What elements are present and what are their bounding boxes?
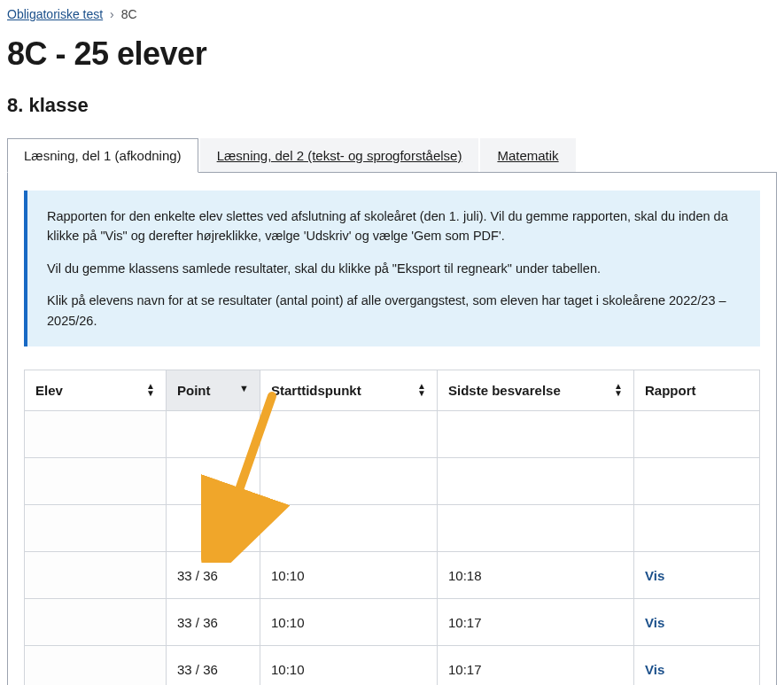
view-report-link[interactable]: Vis <box>645 662 664 677</box>
cell-point <box>167 505 260 552</box>
cell-start: 10:10 <box>260 646 438 685</box>
table-body: 33 / 36 10:10 10:18 Vis 33 / 36 10:10 10… <box>25 411 760 685</box>
table-row: 33 / 36 10:10 10:17 Vis <box>25 599 760 646</box>
column-header-sidste[interactable]: Sidste besvarelse ▲▼ <box>438 370 634 411</box>
cell-start <box>260 411 438 458</box>
cell-rapport <box>634 458 760 505</box>
table-row <box>25 411 760 458</box>
cell-sidste: 10:18 <box>438 552 634 599</box>
cell-start <box>260 505 438 552</box>
page-title: 8C - 25 elever <box>7 35 777 73</box>
cell-rapport <box>634 411 760 458</box>
column-header-start[interactable]: Starttidspunkt ▲▼ <box>260 370 438 411</box>
table-row <box>25 505 760 552</box>
cell-elev[interactable] <box>25 411 167 458</box>
column-header-elev[interactable]: Elev ▲▼ <box>25 370 167 411</box>
cell-elev[interactable] <box>25 552 167 599</box>
sort-icon: ▲▼ <box>417 383 426 397</box>
cell-point: 33 / 36 <box>167 552 260 599</box>
cell-sidste: 10:17 <box>438 599 634 646</box>
cell-rapport: Vis <box>634 646 760 685</box>
cell-sidste <box>438 411 634 458</box>
table-row: 33 / 36 10:10 10:18 Vis <box>25 552 760 599</box>
cell-rapport <box>634 505 760 552</box>
cell-sidste <box>438 505 634 552</box>
tab-panel: Rapporten for den enkelte elev slettes v… <box>7 172 777 685</box>
column-header-rapport-label: Rapport <box>645 383 696 398</box>
cell-elev[interactable] <box>25 646 167 685</box>
info-box: Rapporten for den enkelte elev slettes v… <box>24 191 760 346</box>
cell-sidste: 10:17 <box>438 646 634 685</box>
results-table: Elev ▲▼ Point ▼ Starttidspunkt <box>24 370 760 685</box>
table-row <box>25 458 760 505</box>
cell-elev[interactable] <box>25 505 167 552</box>
breadcrumb-current: 8C <box>121 7 137 21</box>
page-subtitle: 8. klasse <box>7 94 777 117</box>
chevron-right-icon: › <box>110 7 114 21</box>
sort-icon: ▲▼ <box>146 383 155 397</box>
breadcrumb-parent-link[interactable]: Obligatoriske test <box>7 7 103 21</box>
column-header-elev-label: Elev <box>35 383 63 398</box>
cell-sidste <box>438 458 634 505</box>
table-row: 33 / 36 10:10 10:17 Vis <box>25 646 760 685</box>
sort-desc-icon: ▼ <box>239 383 249 393</box>
tabs: Læsning, del 1 (afkodning) Læsning, del … <box>7 138 777 173</box>
column-header-point-label: Point <box>177 383 211 398</box>
column-header-point[interactable]: Point ▼ <box>167 370 260 411</box>
tab-laesning-del2[interactable]: Læsning, del 2 (tekst- og sprogforståels… <box>200 138 479 173</box>
cell-rapport: Vis <box>634 599 760 646</box>
cell-point <box>167 411 260 458</box>
breadcrumb: Obligatoriske test › 8C <box>7 7 777 21</box>
cell-point <box>167 458 260 505</box>
tab-laesning-del1[interactable]: Læsning, del 1 (afkodning) <box>7 138 198 173</box>
cell-point: 33 / 36 <box>167 599 260 646</box>
cell-elev[interactable] <box>25 599 167 646</box>
view-report-link[interactable]: Vis <box>645 615 664 630</box>
cell-start: 10:10 <box>260 552 438 599</box>
cell-start: 10:10 <box>260 599 438 646</box>
info-paragraph-2: Vil du gemme klassens samlede resultater… <box>47 259 741 278</box>
info-paragraph-1: Rapporten for den enkelte elev slettes v… <box>47 206 741 246</box>
sort-icon: ▲▼ <box>614 383 623 397</box>
cell-rapport: Vis <box>634 552 760 599</box>
view-report-link[interactable]: Vis <box>645 568 664 583</box>
cell-start <box>260 458 438 505</box>
column-header-rapport: Rapport <box>634 370 760 411</box>
cell-elev[interactable] <box>25 458 167 505</box>
cell-point: 33 / 36 <box>167 646 260 685</box>
tab-matematik[interactable]: Matematik <box>480 138 575 173</box>
info-paragraph-3: Klik på elevens navn for at se resultate… <box>47 291 741 331</box>
column-header-start-label: Starttidspunkt <box>271 383 361 398</box>
column-header-sidste-label: Sidste besvarelse <box>448 383 561 398</box>
